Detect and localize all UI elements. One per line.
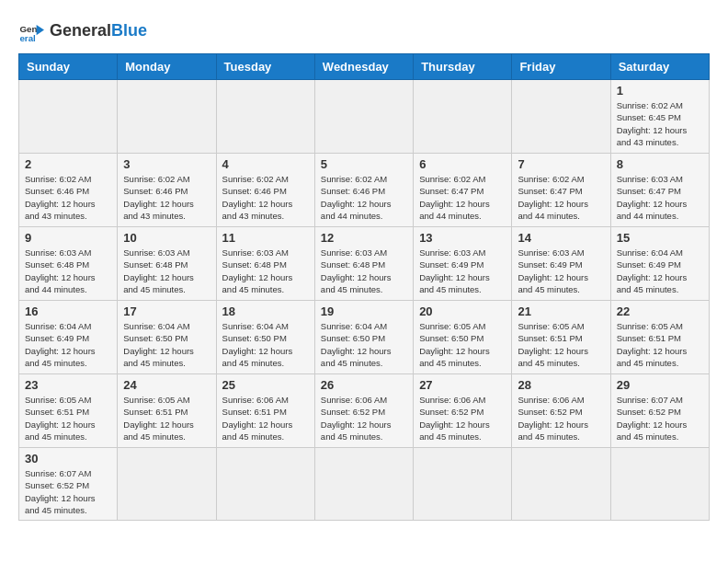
day-number: 21: [518, 304, 604, 318]
day-number: 6: [419, 157, 506, 171]
day-number: 9: [25, 231, 111, 245]
calendar-week-row-4: 16Sunrise: 6:04 AM Sunset: 6:49 PM Dayli…: [19, 301, 710, 374]
calendar-cell: [512, 80, 610, 154]
day-number: 22: [617, 304, 703, 318]
day-info: Sunrise: 6:07 AM Sunset: 6:52 PM Dayligh…: [617, 394, 703, 442]
day-info: Sunrise: 6:03 AM Sunset: 6:48 PM Dayligh…: [123, 247, 210, 295]
weekday-header-saturday: Saturday: [610, 54, 709, 80]
day-number: 12: [321, 231, 407, 245]
calendar-cell: 23Sunrise: 6:05 AM Sunset: 6:51 PM Dayli…: [19, 374, 118, 448]
day-number: 5: [321, 157, 407, 171]
day-number: 16: [25, 304, 111, 318]
calendar-cell: 16Sunrise: 6:04 AM Sunset: 6:49 PM Dayli…: [19, 301, 118, 374]
day-info: Sunrise: 6:02 AM Sunset: 6:46 PM Dayligh…: [321, 173, 407, 222]
calendar-cell: 9Sunrise: 6:03 AM Sunset: 6:48 PM Daylig…: [19, 227, 118, 301]
calendar-cell: 14Sunrise: 6:03 AM Sunset: 6:49 PM Dayli…: [512, 227, 610, 301]
day-info: Sunrise: 6:04 AM Sunset: 6:49 PM Dayligh…: [617, 247, 703, 295]
day-info: Sunrise: 6:02 AM Sunset: 6:47 PM Dayligh…: [518, 173, 604, 222]
day-number: 14: [518, 231, 604, 245]
calendar-cell: [216, 80, 314, 154]
day-number: 25: [222, 378, 309, 392]
calendar-cell: [512, 448, 610, 521]
calendar-cell: 20Sunrise: 6:05 AM Sunset: 6:50 PM Dayli…: [414, 301, 512, 374]
calendar-cell: 6Sunrise: 6:02 AM Sunset: 6:47 PM Daylig…: [414, 154, 512, 227]
day-number: 11: [222, 231, 309, 245]
calendar-cell: 8Sunrise: 6:03 AM Sunset: 6:47 PM Daylig…: [610, 154, 709, 227]
day-number: 2: [25, 157, 111, 171]
logo: Gen eral GeneralBlue: [18, 18, 147, 44]
day-info: Sunrise: 6:03 AM Sunset: 6:48 PM Dayligh…: [321, 247, 407, 295]
calendar-cell: 19Sunrise: 6:04 AM Sunset: 6:50 PM Dayli…: [314, 301, 413, 374]
logo-text: GeneralBlue: [50, 22, 147, 40]
calendar-cell: [118, 80, 216, 154]
day-number: 20: [419, 304, 506, 318]
calendar-week-row-6: 30Sunrise: 6:07 AM Sunset: 6:52 PM Dayli…: [19, 448, 710, 521]
generalblue-logo-icon: Gen eral: [18, 18, 44, 44]
svg-marker-2: [37, 25, 44, 35]
day-info: Sunrise: 6:02 AM Sunset: 6:46 PM Dayligh…: [222, 173, 309, 222]
day-info: Sunrise: 6:04 AM Sunset: 6:50 PM Dayligh…: [222, 320, 309, 369]
calendar-cell: 1Sunrise: 6:02 AM Sunset: 6:45 PM Daylig…: [610, 80, 709, 154]
calendar-cell: 25Sunrise: 6:06 AM Sunset: 6:51 PM Dayli…: [216, 374, 314, 448]
day-info: Sunrise: 6:03 AM Sunset: 6:48 PM Dayligh…: [25, 247, 111, 295]
day-info: Sunrise: 6:05 AM Sunset: 6:50 PM Dayligh…: [419, 320, 506, 369]
day-info: Sunrise: 6:06 AM Sunset: 6:51 PM Dayligh…: [222, 394, 309, 442]
day-info: Sunrise: 6:05 AM Sunset: 6:51 PM Dayligh…: [518, 320, 604, 369]
day-number: 15: [617, 231, 703, 245]
day-info: Sunrise: 6:06 AM Sunset: 6:52 PM Dayligh…: [419, 394, 506, 442]
day-number: 18: [222, 304, 309, 318]
calendar-cell: [414, 80, 512, 154]
calendar-cell: 15Sunrise: 6:04 AM Sunset: 6:49 PM Dayli…: [610, 227, 709, 301]
day-number: 24: [123, 378, 210, 392]
calendar-week-row-2: 2Sunrise: 6:02 AM Sunset: 6:46 PM Daylig…: [19, 154, 710, 227]
day-number: 13: [419, 231, 506, 245]
calendar-cell: 4Sunrise: 6:02 AM Sunset: 6:46 PM Daylig…: [216, 154, 314, 227]
calendar-week-row-3: 9Sunrise: 6:03 AM Sunset: 6:48 PM Daylig…: [19, 227, 710, 301]
calendar-cell: [314, 448, 413, 521]
calendar-cell: 22Sunrise: 6:05 AM Sunset: 6:51 PM Dayli…: [610, 301, 709, 374]
calendar-cell: 24Sunrise: 6:05 AM Sunset: 6:51 PM Dayli…: [118, 374, 216, 448]
day-info: Sunrise: 6:04 AM Sunset: 6:49 PM Dayligh…: [25, 320, 111, 369]
calendar-cell: [19, 80, 118, 154]
day-number: 26: [321, 378, 407, 392]
calendar-cell: 11Sunrise: 6:03 AM Sunset: 6:48 PM Dayli…: [216, 227, 314, 301]
day-info: Sunrise: 6:04 AM Sunset: 6:50 PM Dayligh…: [123, 320, 210, 369]
calendar-cell: 10Sunrise: 6:03 AM Sunset: 6:48 PM Dayli…: [118, 227, 216, 301]
calendar-cell: 26Sunrise: 6:06 AM Sunset: 6:52 PM Dayli…: [314, 374, 413, 448]
calendar-cell: [216, 448, 314, 521]
day-number: 1: [617, 84, 703, 98]
calendar-cell: [314, 80, 413, 154]
day-number: 10: [123, 231, 210, 245]
calendar-week-row-1: 1Sunrise: 6:02 AM Sunset: 6:45 PM Daylig…: [19, 80, 710, 154]
calendar-cell: 17Sunrise: 6:04 AM Sunset: 6:50 PM Dayli…: [118, 301, 216, 374]
day-info: Sunrise: 6:07 AM Sunset: 6:52 PM Dayligh…: [25, 467, 111, 516]
day-number: 3: [123, 157, 210, 171]
calendar-cell: 30Sunrise: 6:07 AM Sunset: 6:52 PM Dayli…: [19, 448, 118, 521]
svg-text:eral: eral: [19, 33, 36, 43]
day-info: Sunrise: 6:03 AM Sunset: 6:49 PM Dayligh…: [518, 247, 604, 295]
calendar-cell: [414, 448, 512, 521]
day-number: 28: [518, 378, 604, 392]
weekday-header-monday: Monday: [118, 54, 216, 80]
day-info: Sunrise: 6:05 AM Sunset: 6:51 PM Dayligh…: [25, 394, 111, 442]
day-number: 29: [617, 378, 703, 392]
calendar-cell: 3Sunrise: 6:02 AM Sunset: 6:46 PM Daylig…: [118, 154, 216, 227]
day-info: Sunrise: 6:06 AM Sunset: 6:52 PM Dayligh…: [518, 394, 604, 442]
day-info: Sunrise: 6:05 AM Sunset: 6:51 PM Dayligh…: [123, 394, 210, 442]
calendar-cell: 28Sunrise: 6:06 AM Sunset: 6:52 PM Dayli…: [512, 374, 610, 448]
calendar-cell: 27Sunrise: 6:06 AM Sunset: 6:52 PM Dayli…: [414, 374, 512, 448]
day-info: Sunrise: 6:06 AM Sunset: 6:52 PM Dayligh…: [321, 394, 407, 442]
calendar-week-row-5: 23Sunrise: 6:05 AM Sunset: 6:51 PM Dayli…: [19, 374, 710, 448]
weekday-header-row: SundayMondayTuesdayWednesdayThursdayFrid…: [19, 54, 710, 80]
weekday-header-wednesday: Wednesday: [314, 54, 413, 80]
day-number: 4: [222, 157, 309, 171]
day-info: Sunrise: 6:03 AM Sunset: 6:49 PM Dayligh…: [419, 247, 506, 295]
day-info: Sunrise: 6:05 AM Sunset: 6:51 PM Dayligh…: [617, 320, 703, 369]
calendar-cell: [610, 448, 709, 521]
calendar-cell: 29Sunrise: 6:07 AM Sunset: 6:52 PM Dayli…: [610, 374, 709, 448]
day-info: Sunrise: 6:03 AM Sunset: 6:48 PM Dayligh…: [222, 247, 309, 295]
weekday-header-friday: Friday: [512, 54, 610, 80]
weekday-header-tuesday: Tuesday: [216, 54, 314, 80]
day-number: 8: [617, 157, 703, 171]
weekday-header-sunday: Sunday: [19, 54, 118, 80]
